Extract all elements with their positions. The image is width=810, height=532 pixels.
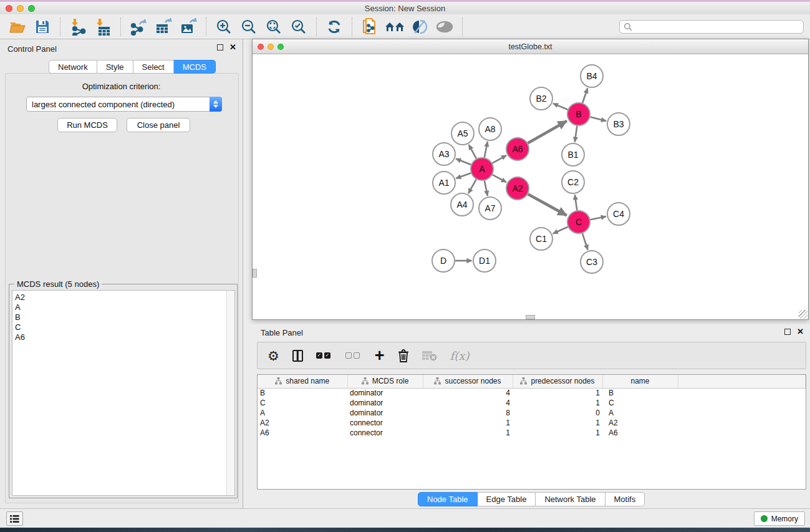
result-scrollbar[interactable]: [226, 291, 234, 495]
graph-edge-A-A6[interactable]: [493, 155, 507, 163]
add-column-icon[interactable]: +: [375, 349, 385, 362]
select-all-columns-icon[interactable]: ✓✓: [316, 352, 332, 359]
control-panel-title: Control Panel: [7, 44, 57, 54]
graph-edge-C-C2[interactable]: [575, 195, 577, 210]
criterion-value: largest connected component (directed): [27, 100, 210, 109]
show-graphics-icon[interactable]: [432, 17, 457, 37]
criterion-dropdown[interactable]: largest connected component (directed): [26, 97, 222, 112]
delete-column-icon[interactable]: [398, 349, 409, 362]
result-item[interactable]: B: [15, 312, 234, 322]
graph-edge-B-B2[interactable]: [553, 104, 568, 110]
export-table-icon[interactable]: [151, 17, 176, 37]
zoom-fit-icon[interactable]: [261, 17, 286, 37]
control-panel-tabs: Network Style Select MCDS: [49, 60, 216, 74]
network-file-icon[interactable]: [357, 17, 382, 37]
tab-motifs[interactable]: Motifs: [605, 492, 645, 506]
graph-edge-B-B4[interactable]: [582, 88, 587, 103]
graph-node-label: A3: [438, 149, 449, 159]
table-options-gear-icon[interactable]: ⚙: [268, 349, 279, 362]
toolbar-group-import: [60, 17, 121, 36]
open-file-icon[interactable]: [5, 17, 30, 37]
graph-edge-A2-C[interactable]: [528, 194, 567, 215]
result-item[interactable]: C: [15, 322, 234, 332]
export-network-icon[interactable]: [126, 17, 151, 37]
tab-network[interactable]: Network: [49, 60, 97, 74]
toolbar-group-export: [121, 17, 206, 36]
table-panel-header: Table Panel ✕: [252, 327, 810, 339]
refresh-icon[interactable]: [322, 17, 347, 37]
float-panel-icon[interactable]: [217, 44, 223, 51]
graph-edge-B-B1[interactable]: [575, 126, 577, 142]
graph-edge-A6-B[interactable]: [528, 121, 566, 143]
graph-node-label: A: [479, 164, 485, 174]
task-history-button[interactable]: [6, 511, 23, 526]
result-item[interactable]: A: [15, 302, 234, 312]
float-table-panel-icon[interactable]: [784, 329, 791, 335]
window-title: Session: New Session: [0, 4, 810, 13]
export-image-icon[interactable]: [176, 17, 201, 37]
close-panel-icon[interactable]: ✕: [229, 44, 236, 51]
home-pages-icon[interactable]: [382, 17, 407, 37]
graph-node-label: D: [440, 256, 446, 266]
zoom-out-icon[interactable]: [236, 17, 261, 37]
tab-select[interactable]: Select: [133, 60, 174, 74]
tab-edge-table[interactable]: Edge Table: [478, 492, 536, 506]
tab-style[interactable]: Style: [97, 60, 133, 74]
zoom-selected-icon[interactable]: [286, 17, 311, 37]
column-header-successor-nodes[interactable]: successor nodes: [423, 375, 513, 388]
resize-grip-icon[interactable]: [799, 310, 808, 319]
graph-node-label: C4: [613, 209, 624, 219]
table-row[interactable]: A2connector11A2: [258, 418, 806, 428]
graph-edge-A-A8[interactable]: [485, 142, 488, 157]
column-header-shared-name[interactable]: shared name: [258, 375, 347, 388]
mcds-result-list[interactable]: A2ABCA6: [12, 290, 235, 496]
run-mcds-button[interactable]: Run MCDS: [57, 118, 117, 132]
delete-table-icon: [422, 351, 437, 361]
graph-edge-C-C4[interactable]: [591, 216, 606, 220]
graph-edge-A-A2[interactable]: [493, 175, 506, 182]
table-panel: Table Panel ✕ ⚙ ✓✓ + f(x): [252, 324, 810, 508]
tab-mcds[interactable]: MCDS: [174, 60, 216, 74]
search-input[interactable]: [619, 20, 804, 34]
graph-edge-A-A3[interactable]: [456, 159, 471, 165]
column-header-mcds-role[interactable]: MCDS role: [347, 375, 423, 388]
column-header-predecessor-nodes[interactable]: predecessor nodes: [513, 375, 602, 388]
bottom-panel-grip[interactable]: [526, 315, 535, 319]
table-row[interactable]: A6connector11A6: [258, 428, 806, 438]
graph-edge-A-A1[interactable]: [456, 173, 471, 178]
graph-edge-A-A5[interactable]: [469, 145, 476, 158]
graph-edge-C-C1[interactable]: [553, 227, 568, 234]
mcds-result-groupbox: MCDS result (5 nodes) A2ABCA6: [9, 284, 238, 498]
memory-button[interactable]: Memory: [754, 511, 805, 526]
show-columns-icon[interactable]: [292, 350, 303, 362]
save-session-icon[interactable]: [30, 17, 55, 37]
table-row[interactable]: Cdominator41C: [258, 398, 806, 408]
tab-network-table[interactable]: Network Table: [536, 492, 605, 506]
network-graph-canvas[interactable]: B4B2BB3A5A8A6A3B1AA1C2A2A4A7CC4C1C3DD1: [253, 54, 808, 319]
network-window-titlebar[interactable]: testGlobe.txt: [253, 39, 808, 54]
graph-edge-A-A7[interactable]: [485, 181, 488, 196]
search-icon: [624, 22, 632, 31]
graph-edge-A-A4[interactable]: [468, 180, 476, 194]
graph-node-label: B4: [586, 71, 597, 81]
result-item[interactable]: A2: [15, 293, 234, 302]
close-table-panel-icon[interactable]: ✕: [797, 329, 804, 335]
left-panel-grip[interactable]: [253, 269, 257, 278]
table-row[interactable]: Bdominator41B: [258, 388, 806, 398]
tab-node-table[interactable]: Node Table: [418, 492, 478, 506]
column-type-icon: [434, 377, 441, 385]
result-item[interactable]: A6: [15, 332, 234, 342]
vizmapper-icon[interactable]: [407, 17, 432, 37]
column-header-name[interactable]: name: [602, 375, 678, 388]
close-panel-button[interactable]: Close panel: [127, 118, 190, 132]
graph-edge-B-B3[interactable]: [590, 117, 606, 121]
table-row[interactable]: Adominator80A: [258, 408, 806, 418]
node-table[interactable]: shared name MCDS role successor nodes pr…: [257, 374, 806, 490]
graph-edge-C-C3[interactable]: [582, 233, 588, 249]
import-table-icon[interactable]: [90, 17, 115, 37]
unselect-all-columns-icon[interactable]: [345, 352, 362, 359]
zoom-in-icon[interactable]: [211, 17, 236, 37]
graph-node-label: C3: [586, 257, 597, 267]
import-network-icon[interactable]: [65, 17, 90, 37]
search-field[interactable]: [635, 22, 803, 31]
